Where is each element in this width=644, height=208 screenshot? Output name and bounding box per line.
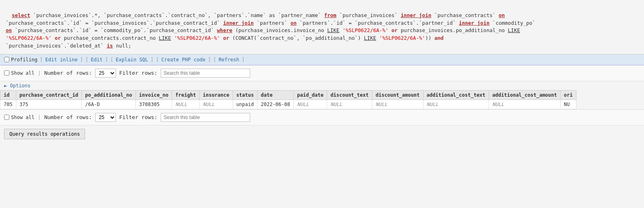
col-header-status: status [233, 90, 257, 100]
profiling-checkbox-label: Profiling [4, 57, 37, 63]
cell-additional_cost_amount: NULL [489, 100, 561, 109]
cell-invoice_no: 3708305 [135, 100, 172, 109]
cell-po_additional_no: /6A-D [82, 100, 136, 109]
rows-select-top[interactable]: 25 50 100 250 [95, 69, 116, 78]
cell-status: unpaid [233, 100, 257, 109]
profiling-checkbox[interactable] [4, 57, 9, 62]
cell-discount_amount: NULL [372, 100, 423, 109]
cell-additional_cost_text: NULL [423, 100, 489, 109]
filter-rows-top-label: Filter rows: [119, 70, 157, 76]
results-table: idpurchase_contract_idpo_additional_noin… [0, 90, 576, 109]
number-of-rows-top-label: Number of rows: [44, 70, 92, 76]
cell-ori: NU [561, 100, 576, 109]
show-all-bottom-checkbox[interactable] [4, 115, 9, 120]
col-header-paid_date: paid_date [294, 90, 327, 100]
search-input-top[interactable] [161, 69, 250, 78]
explain-sql-link[interactable]: Explain SQL [116, 57, 148, 63]
col-header-discount_text: discount_text [327, 90, 372, 100]
table-row: 705375/6A-D3708305NULLNULLunpaid2022-06-… [0, 100, 576, 109]
filter-bar-bottom: Show all | Number of rows: 25 50 100 250… [0, 110, 644, 126]
profiling-label: Profiling [11, 57, 37, 63]
cell-freight: NULL [172, 100, 200, 109]
number-of-rows-bottom-label: Number of rows: [44, 114, 92, 120]
cell-insurance: NULL [199, 100, 233, 109]
show-all-top-label: Show all [4, 70, 35, 76]
filter-rows-bottom-label: Filter rows: [119, 114, 157, 120]
col-header-ori: ori [561, 90, 576, 100]
show-all-bottom-label: Show all [4, 115, 35, 120]
col-header-insurance: insurance [199, 90, 233, 100]
options-row: ► Options [0, 81, 644, 90]
col-header-date: date [258, 90, 294, 100]
table-body: 705375/6A-D3708305NULLNULLunpaid2022-06-… [0, 100, 576, 109]
show-all-top-checkbox[interactable] [4, 70, 9, 76]
cell-id: 705 [0, 100, 16, 109]
query-toolbar: Profiling [ Edit inline ] [ Edit ] [ Exp… [0, 54, 644, 65]
edit-link[interactable]: Edit [91, 57, 103, 63]
rows-select-bottom[interactable]: 25 50 100 250 [95, 113, 116, 122]
filter-bar-top: Show all | Number of rows: 25 50 100 250… [0, 65, 644, 81]
col-header-discount_amount: discount_amount [372, 90, 423, 100]
col-header-po_additional_no: po_additional_no [82, 90, 136, 100]
results-table-wrapper: idpurchase_contract_idpo_additional_noin… [0, 90, 644, 110]
refresh-link[interactable]: Refresh [218, 57, 239, 63]
edit-inline-link[interactable]: Edit inline [45, 57, 77, 63]
cell-discount_text: NULL [327, 100, 372, 109]
col-header-freight: freight [172, 90, 200, 100]
options-link[interactable]: ► Options [4, 83, 31, 89]
cell-purchase_contract_id: 375 [16, 100, 82, 109]
create-php-link[interactable]: Create PHP code [162, 57, 205, 63]
table-header-row: idpurchase_contract_idpo_additional_noin… [0, 90, 576, 100]
query-results-ops-button[interactable]: Query results operations [4, 129, 85, 139]
cell-date: 2022-06-08 [258, 100, 294, 109]
search-input-bottom[interactable] [161, 113, 250, 122]
cell-paid_date: NULL [294, 100, 327, 109]
col-header-additional_cost_amount: additional_cost_amount [489, 90, 561, 100]
col-header-invoice_no: invoice_no [135, 90, 172, 100]
col-header-id: id [0, 90, 16, 100]
col-header-purchase_contract_id: purchase_contract_id [16, 90, 82, 100]
ops-row: Query results operations [0, 126, 644, 143]
col-header-additional_cost_text: additional_cost_text [423, 90, 489, 100]
sql-display: select `purchase_invoices`.*, `purchase_… [0, 0, 644, 54]
